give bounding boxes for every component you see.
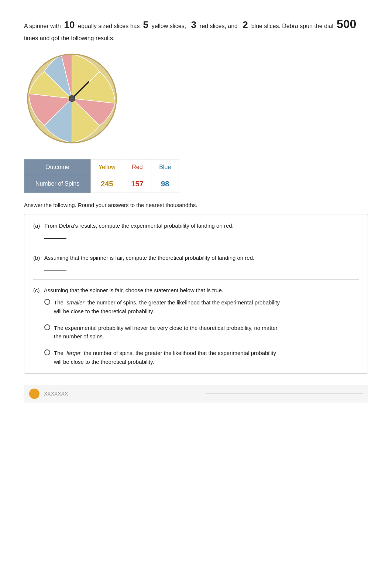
question-b-body: Assuming that the spinner is fair, compu…	[44, 255, 255, 261]
data-table: Outcome Yellow Red Blue Number of Spins …	[24, 159, 179, 193]
table-blue-value: 98	[151, 175, 179, 193]
table-outcome-header: Outcome	[24, 159, 91, 175]
spins-number: 500	[337, 17, 356, 31]
yellow-slices-number: 5	[143, 19, 148, 30]
intro-part6: times and got the following results.	[24, 35, 114, 41]
intro-part2: equally sized slices has	[78, 23, 140, 29]
answer-instruction: Answer the following. Round your answers…	[24, 202, 368, 208]
svg-point-2	[69, 96, 75, 101]
question-c: (c) Assuming that the spinner is fair, c…	[33, 286, 359, 366]
option-3-radio[interactable]	[44, 349, 50, 355]
question-c-body: Assuming that the spinner is fair, choos…	[44, 287, 223, 293]
question-b-text: (b) Assuming that the spinner is fair, c…	[33, 254, 359, 262]
intro-part4: red slices, and	[200, 23, 238, 29]
intro-part1: A spinner with	[24, 23, 61, 29]
option-1-radio[interactable]	[44, 299, 50, 305]
bottom-placeholder-text: XXXXXXX	[44, 391, 201, 397]
bottom-line	[206, 393, 363, 394]
option-2-text: The experimental probability will never …	[54, 324, 278, 341]
question-c-text: (c) Assuming that the spinner is fair, c…	[33, 286, 359, 295]
table-blue-header: Blue	[151, 159, 179, 175]
option-1-text: The smaller the number of spins, the gre…	[54, 298, 280, 315]
question-b-answer-line	[44, 268, 66, 271]
question-a: (a) From Debra's results, compute the ex…	[33, 222, 359, 248]
total-slices-number: 10	[64, 19, 75, 30]
intro-paragraph: A spinner with 10 equally sized slices h…	[24, 15, 368, 43]
bottom-icon	[29, 389, 39, 399]
question-a-body: From Debra's results, compute the experi…	[45, 223, 234, 229]
table-yellow-value: 245	[91, 175, 123, 193]
table-yellow-header: Yellow	[91, 159, 123, 175]
table-red-value: 157	[123, 175, 151, 193]
intro-part3: yellow slices,	[152, 23, 186, 29]
questions-box: (a) From Debra's results, compute the ex…	[24, 214, 368, 374]
bottom-bar: XXXXXXX	[24, 385, 368, 403]
question-a-text: (a) From Debra's results, compute the ex…	[33, 222, 359, 230]
spinner-wheel	[24, 51, 120, 146]
table-red-header: Red	[123, 159, 151, 175]
spinner-container	[24, 51, 368, 148]
question-b: (b) Assuming that the spinner is fair, c…	[33, 254, 359, 280]
option-1[interactable]: The smaller the number of spins, the gre…	[44, 298, 359, 315]
question-a-letter: (a)	[33, 223, 40, 229]
question-b-letter: (b)	[33, 255, 40, 261]
option-2[interactable]: The experimental probability will never …	[44, 324, 359, 341]
red-slices-number: 3	[191, 19, 196, 30]
option-3[interactable]: The larger the number of spins, the grea…	[44, 349, 359, 366]
question-a-answer-line	[44, 235, 66, 239]
table-spins-label: Number of Spins	[24, 175, 91, 193]
blue-slices-number: 2	[243, 19, 248, 30]
options-list: The smaller the number of spins, the gre…	[44, 298, 359, 366]
question-c-letter: (c)	[33, 287, 40, 293]
option-3-text: The larger the number of spins, the grea…	[54, 349, 276, 366]
intro-part5: blue slices. Debra spun the dial	[251, 23, 333, 29]
option-2-radio[interactable]	[44, 324, 50, 330]
